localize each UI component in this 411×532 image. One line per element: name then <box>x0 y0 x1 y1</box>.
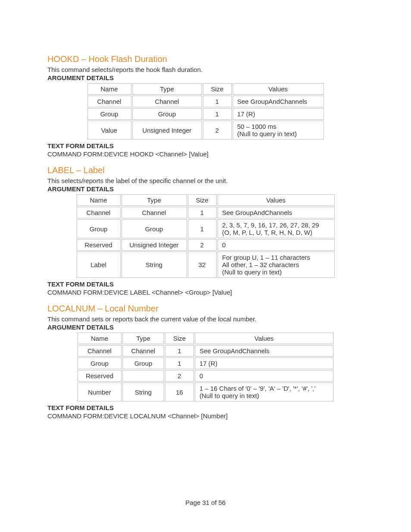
cell-values: 17 (R) <box>233 108 324 120</box>
table-row: Channel Channel 1 See GroupAndChannels <box>77 207 335 218</box>
cell-type: Group <box>121 219 187 238</box>
argument-table: Name Type Size Values Channel Channel 1 … <box>87 82 325 140</box>
command-form: COMMAND FORM:DEVICE HOOKD <Channel> [Val… <box>47 150 364 158</box>
col-type: Type <box>121 194 187 206</box>
cell-values: See GroupAndChannels <box>195 345 333 357</box>
command-form-text: DEVICE HOOKD <Channel> [Value] <box>104 150 209 158</box>
cell-name: Channel <box>78 345 121 357</box>
cell-type: Channel <box>132 96 202 107</box>
command-form: COMMAND FORM:DEVICE LABEL <Channel> <Gro… <box>47 289 364 296</box>
cell-values: 1 – 16 Chars of '0' – '9', 'A' – 'D', '*… <box>195 383 333 401</box>
cell-size: 1 <box>188 207 217 218</box>
table-row: Group Group 1 17 (R) <box>78 358 333 369</box>
table-row: Reserved 2 0 <box>78 370 333 382</box>
argument-details-label: ARGUMENT DETAILS <box>47 185 364 193</box>
table-row: Group Group 1 2, 3, 5, 7, 9, 16, 17, 26,… <box>77 219 335 238</box>
cell-size: 1 <box>165 358 194 369</box>
cell-type: Group <box>122 358 164 369</box>
cell-values: 0 <box>195 370 333 382</box>
cell-values: For group U, 1 – 11 charactersAll other,… <box>218 252 335 278</box>
cell-size: 1 <box>203 96 232 107</box>
table-header-row: Name Type Size Values <box>78 333 333 344</box>
command-form-prefix: COMMAND FORM: <box>47 412 104 420</box>
section-hookd: HOOKD – Hook Flash Duration This command… <box>47 54 364 158</box>
command-form-text: DEVICE LABEL <Channel> <Group> [Value] <box>104 289 232 296</box>
cell-name: Value <box>87 121 131 140</box>
cell-values: 50 – 1000 ms(Null to query in text) <box>233 121 324 140</box>
cell-size: 1 <box>165 345 194 357</box>
argument-table: Name Type Size Values Channel Channel 1 … <box>76 193 336 279</box>
col-name: Name <box>78 333 121 344</box>
section-localnum: LOCALNUM – Local Number This command set… <box>47 304 364 420</box>
cell-name: Reserved <box>77 239 121 251</box>
table-row: Label String 32 For group U, 1 – 11 char… <box>77 252 335 278</box>
cell-type: String <box>121 252 187 278</box>
table-row: Number String 16 1 – 16 Chars of '0' – '… <box>78 383 333 401</box>
col-values: Values <box>218 194 335 206</box>
table-row: Channel Channel 1 See GroupAndChannels <box>78 345 333 357</box>
cell-name: Number <box>78 383 121 401</box>
col-size: Size <box>165 333 194 344</box>
col-name: Name <box>77 194 121 206</box>
cell-size: 16 <box>165 383 194 401</box>
cell-type: Unsigned Integer <box>132 121 202 140</box>
page-footer: Page 31 of 56 <box>0 499 411 506</box>
section-desc: This command selects/reports the hook fl… <box>47 66 364 73</box>
col-name: Name <box>87 83 131 95</box>
argument-details-label: ARGUMENT DETAILS <box>47 324 364 331</box>
section-desc: This selects/reports the label of the sp… <box>47 177 364 184</box>
cell-values: See GroupAndChannels <box>233 96 324 107</box>
cell-name: Label <box>77 252 121 278</box>
cell-size: 1 <box>203 108 232 120</box>
argument-details-label: ARGUMENT DETAILS <box>47 74 364 81</box>
cell-name: Group <box>78 358 121 369</box>
col-type: Type <box>122 333 164 344</box>
cell-values: 0 <box>218 239 335 251</box>
section-title: LABEL – Label <box>47 165 364 175</box>
section-label: LABEL – Label This selects/reports the l… <box>47 165 364 296</box>
command-form: COMMAND FORM:DEVICE LOCALNUM <Channel> [… <box>47 412 364 420</box>
cell-size: 2 <box>188 239 217 251</box>
table-row: Value Unsigned Integer 2 50 – 1000 ms(Nu… <box>87 121 324 140</box>
col-size: Size <box>188 194 217 206</box>
cell-name: Group <box>77 219 121 238</box>
page: HOOKD – Hook Flash Duration This command… <box>0 0 411 532</box>
cell-name: Channel <box>77 207 121 218</box>
cell-size: 1 <box>188 219 217 238</box>
cell-name: Channel <box>87 96 131 107</box>
argument-table: Name Type Size Values Channel Channel 1 … <box>77 332 334 402</box>
cell-size: 2 <box>165 370 194 382</box>
table-header-row: Name Type Size Values <box>77 194 335 206</box>
col-size: Size <box>203 83 232 95</box>
section-title: HOOKD – Hook Flash Duration <box>47 54 364 64</box>
col-values: Values <box>233 83 324 95</box>
cell-type: Channel <box>122 345 164 357</box>
command-form-prefix: COMMAND FORM: <box>47 150 104 158</box>
cell-type: Channel <box>121 207 187 218</box>
table-row: Reserved Unsigned Integer 2 0 <box>77 239 335 251</box>
cell-values: 17 (R) <box>195 358 333 369</box>
text-form-details-label: TEXT FORM DETAILS <box>47 142 364 149</box>
section-title: LOCALNUM – Local Number <box>47 304 364 314</box>
text-form-details-label: TEXT FORM DETAILS <box>47 280 364 288</box>
col-values: Values <box>195 333 333 344</box>
command-form-text: DEVICE LOCALNUM <Channel> [Number] <box>104 412 228 420</box>
cell-name: Group <box>87 108 131 120</box>
cell-size: 2 <box>203 121 232 140</box>
cell-type: Group <box>132 108 202 120</box>
cell-type <box>122 370 164 382</box>
section-desc: This command sets or reports back the cu… <box>47 315 364 323</box>
table-row: Group Group 1 17 (R) <box>87 108 324 120</box>
cell-values: See GroupAndChannels <box>218 207 335 218</box>
table-row: Channel Channel 1 See GroupAndChannels <box>87 96 324 107</box>
col-type: Type <box>132 83 202 95</box>
cell-size: 32 <box>188 252 217 278</box>
text-form-details-label: TEXT FORM DETAILS <box>47 404 364 411</box>
cell-values: 2, 3, 5, 7, 9, 16, 17, 26, 27, 28, 29(O,… <box>218 219 335 238</box>
cell-type: String <box>122 383 164 401</box>
cell-type: Unsigned Integer <box>121 239 187 251</box>
command-form-prefix: COMMAND FORM: <box>47 289 104 296</box>
table-header-row: Name Type Size Values <box>87 83 324 95</box>
cell-name: Reserved <box>78 370 121 382</box>
